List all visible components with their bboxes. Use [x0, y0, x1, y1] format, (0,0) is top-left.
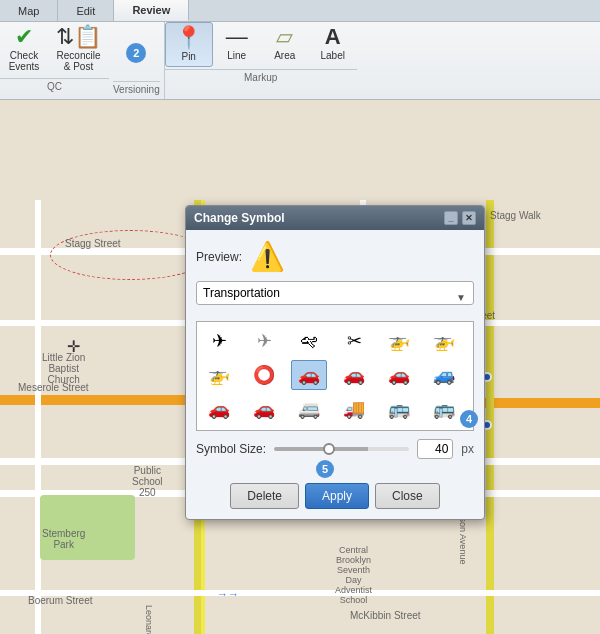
markup-group: 📍 Pin — Line ▱ Area A Label Markup	[165, 22, 357, 99]
size-unit: px	[461, 442, 474, 456]
toolbar-content: ✔ Check Events ⇅📋 Reconcile & Post QC 2 …	[0, 22, 600, 99]
icon-cell-bus1[interactable]: 🚌	[381, 394, 417, 424]
icon-cell-car4[interactable]: 🚙	[426, 360, 462, 390]
line-label: Line	[227, 50, 246, 61]
category-dropdown[interactable]: Transportation Emergency General Nature …	[196, 281, 474, 305]
icon-grid: ✈ ✈ 🛩 ✂ 🚁 🚁 🚁 ⭕ 🚗 🚗 🚗 🚙 🚗 🚗 🚐 🚚	[196, 321, 474, 431]
pin-button[interactable]: 📍 Pin	[165, 22, 213, 67]
versioning-badge: 2	[126, 43, 146, 63]
icon-cell-heli3[interactable]: 🚁	[201, 360, 237, 390]
qc-group: ✔ Check Events ⇅📋 Reconcile & Post QC	[0, 22, 109, 99]
icon-cell-truck[interactable]: 🚚	[336, 394, 372, 424]
badge-4: 4	[460, 410, 478, 428]
toolbar-tabs: Map Edit Review	[0, 0, 600, 22]
label-button[interactable]: A Label	[309, 22, 357, 67]
dropdown-wrapper: Transportation Emergency General Nature …	[196, 281, 474, 313]
dialog-minimize-button[interactable]: _	[444, 211, 458, 225]
tab-edit[interactable]: Edit	[58, 0, 114, 21]
icon-cell-car1[interactable]: 🚗	[291, 360, 327, 390]
check-events-button[interactable]: ✔ Check Events	[0, 22, 48, 76]
change-symbol-dialog: Change Symbol _ ✕ Preview: ⚠️ Transporta…	[185, 205, 485, 520]
tab-map[interactable]: Map	[0, 0, 58, 21]
symbol-size-row: Symbol Size: px	[196, 439, 474, 459]
label-label: Label	[320, 50, 344, 61]
label-icon: A	[325, 26, 341, 48]
area-button[interactable]: ▱ Area	[261, 22, 309, 67]
icon-cell-car6[interactable]: 🚗	[246, 394, 282, 424]
area-label: Area	[274, 50, 295, 61]
pin-label: Pin	[181, 51, 195, 62]
line-icon: —	[226, 26, 248, 48]
dialog-body: Preview: ⚠️ Transportation Emergency Gen…	[186, 230, 484, 479]
tab-review[interactable]: Review	[114, 0, 189, 21]
size-input[interactable]	[417, 439, 453, 459]
map-area: ✛ School Stagg Walk Stagg Street Scholes…	[0, 100, 600, 634]
dialog-close-button[interactable]: ✕	[462, 211, 476, 225]
dialog-overlay: Change Symbol _ ✕ Preview: ⚠️ Transporta…	[0, 100, 600, 634]
close-button[interactable]: Close	[375, 483, 440, 509]
pin-icon: 📍	[175, 27, 202, 49]
dialog-titlebar-buttons: _ ✕	[444, 211, 476, 225]
toolbar: Map Edit Review ✔ Check Events ⇅📋 Reconc…	[0, 0, 600, 100]
preview-row: Preview: ⚠️	[196, 240, 474, 273]
icon-cell-car2[interactable]: 🚗	[336, 360, 372, 390]
qc-group-label: QC	[0, 78, 109, 92]
icon-cell-plane2[interactable]: ✈	[246, 326, 282, 356]
check-icon: ✔	[15, 26, 33, 48]
markup-group-label: Markup	[165, 69, 357, 83]
area-icon: ▱	[276, 26, 293, 48]
icon-cell-airplane1[interactable]: ✈	[201, 326, 237, 356]
line-button[interactable]: — Line	[213, 22, 261, 67]
versioning-group: 2 Versioning	[109, 22, 165, 99]
icon-cell-car5[interactable]: 🚗	[201, 394, 237, 424]
icon-cell-van[interactable]: 🚐	[291, 394, 327, 424]
icon-cell-propplane[interactable]: 🛩	[291, 326, 327, 356]
icon-cell-heli1[interactable]: 🚁	[381, 326, 417, 356]
reconcile-icon: ⇅📋	[56, 26, 101, 48]
reconcile-post-button[interactable]: ⇅📋 Reconcile & Post	[48, 22, 109, 76]
icon-cell-bus2[interactable]: 🚌	[426, 394, 462, 424]
icon-cell-heli2[interactable]: 🚁	[426, 326, 462, 356]
dialog-footer: Delete Apply Close	[186, 479, 484, 519]
size-slider[interactable]	[274, 447, 409, 451]
reconcile-label: Reconcile & Post	[57, 50, 101, 72]
icon-cell-cross[interactable]: ✂	[336, 326, 372, 356]
dialog-title: Change Symbol	[194, 211, 285, 225]
preview-icon: ⚠️	[250, 240, 285, 273]
icon-cell-circle[interactable]: ⭕	[246, 360, 282, 390]
check-events-label: Check Events	[9, 50, 40, 72]
dialog-titlebar: Change Symbol _ ✕	[186, 206, 484, 230]
delete-button[interactable]: Delete	[230, 483, 299, 509]
apply-button[interactable]: Apply	[305, 483, 369, 509]
icon-cell-car3[interactable]: 🚗	[381, 360, 417, 390]
versioning-group-label: Versioning	[113, 81, 160, 95]
preview-label: Preview:	[196, 250, 242, 264]
badge-5: 5	[316, 460, 334, 478]
size-label: Symbol Size:	[196, 442, 266, 456]
